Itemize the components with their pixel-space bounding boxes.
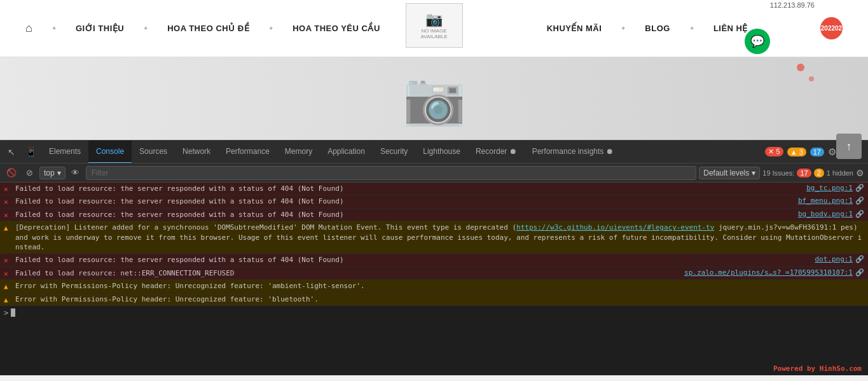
info-badge-count: 17	[813, 148, 821, 156]
tab-elements-label: Elements	[49, 147, 81, 156]
red-dot-2	[809, 76, 814, 81]
console-source-1[interactable]: bg_tc.png:1 🔗	[806, 184, 864, 192]
console-row-5: ✕ Failed to load resource: the server re…	[0, 254, 868, 267]
nav-label-khuyen-mai: KHUYẾN MÃI	[547, 24, 602, 33]
tab-security[interactable]: Security	[373, 141, 415, 163]
tab-elements[interactable]: Elements	[41, 141, 88, 163]
source-icon-6: 🔗	[855, 268, 864, 277]
warning-icon-7: ▲	[4, 282, 13, 291]
context-label: top	[44, 169, 55, 177]
source-link-5[interactable]: dot.png:1	[815, 255, 853, 263]
nav-item-khuyen-mai[interactable]: KHUYẾN MÃI	[547, 24, 602, 33]
home-icon[interactable]: ⌂	[25, 22, 32, 35]
tab-application-label: Application	[327, 147, 365, 156]
clear-console-button[interactable]: 🚫	[4, 165, 19, 181]
filter-toggle-button[interactable]: ⊘	[22, 165, 37, 181]
console-source-6[interactable]: sp.zalo.me/plugins/s…s? =1705995310107:1…	[684, 268, 864, 277]
console-source-3[interactable]: bg_body.png:1 🔗	[798, 210, 864, 218]
red-badge: 202202	[820, 17, 843, 39]
tab-console[interactable]: Console	[88, 141, 132, 163]
no-image-line2: AVAILABLE	[421, 34, 448, 39]
context-selector[interactable]: top ▾	[39, 167, 65, 179]
source-link-2[interactable]: bf_menu.png:1	[798, 197, 853, 205]
nav-item-gioi-thieu[interactable]: GIỚI THIỆU	[76, 24, 124, 33]
right-nav: KHUYẾN MÃI ✦ BLOG ✦ LIÊN HỆ 💬 202202	[547, 16, 843, 41]
warning-badge-count: 3	[799, 148, 803, 156]
device-toolbar-button[interactable]: 📱	[20, 141, 41, 163]
issues-hidden: 1 hidden	[827, 169, 853, 177]
nav-label-hoa-chu-de: HOA THEO CHỦ ĐỀ	[167, 24, 249, 33]
source-link-6[interactable]: sp.zalo.me/plugins/s…s? =1705995310107:1	[684, 268, 853, 277]
error-icon-5: ✕	[4, 256, 13, 265]
tab-performance-insights[interactable]: Performance insights ⏺	[525, 141, 621, 163]
source-icon-1: 🔗	[855, 184, 864, 192]
tab-performance-label: Performance	[226, 147, 270, 156]
ip-address: 112.213.89.76	[768, 0, 817, 10]
tab-recorder[interactable]: Recorder ⏺	[468, 141, 525, 163]
scroll-up-button[interactable]: ↑	[836, 134, 862, 159]
chat-button[interactable]: 💬	[745, 29, 770, 54]
cursor-block	[11, 308, 15, 317]
cursor-caret: >	[4, 308, 8, 317]
settings-icon[interactable]: ⚙	[828, 146, 836, 158]
issues-text: 19 Issues:	[762, 169, 794, 177]
nav-item-lien-he[interactable]: LIÊN HỆ	[713, 24, 748, 33]
warning-icon-4: ▲	[4, 224, 13, 232]
nav-item-hoa-chu-de[interactable]: HOA THEO CHỦ ĐỀ	[167, 24, 249, 33]
tab-application[interactable]: Application	[320, 141, 373, 163]
tab-console-label: Console	[96, 147, 124, 156]
console-message-5: Failed to load resource: the server resp…	[15, 255, 809, 265]
tab-network[interactable]: Network	[175, 141, 218, 163]
warning-icon-8: ▲	[4, 296, 13, 304]
tab-security-label: Security	[380, 147, 408, 156]
console-source-2[interactable]: bf_menu.png:1 🔗	[798, 197, 864, 205]
no-image-placeholder: 📷 NO IMAGE AVAILABLE	[406, 3, 463, 48]
devtools-tabs-bar: ↖ 📱 Elements Console Sources Network Per…	[0, 141, 868, 163]
website-header: ⌂ ✦ GIỚI THIỆU ✦ HOA THEO CHỦ ĐỀ ✦ HOA T…	[0, 0, 868, 57]
console-row-8: ▲ Error with Permissions-Policy header: …	[0, 293, 868, 306]
console-message-8: Error with Permissions-Policy header: Un…	[15, 294, 864, 304]
nav-label-blog: BLOG	[645, 24, 670, 33]
camera-image: 📷	[403, 69, 466, 128]
tab-performance[interactable]: Performance	[218, 141, 277, 163]
nav-label-gioi-thieu: GIỚI THIỆU	[76, 24, 124, 33]
tab-memory-label: Memory	[285, 147, 312, 156]
console-toolbar: 🚫 ⊘ top ▾ 👁 Default levels ▾ 19 Issues: …	[0, 163, 868, 183]
issues-error-badge: 17	[797, 169, 811, 177]
console-message-2: Failed to load resource: the server resp…	[15, 197, 793, 206]
deprecation-link[interactable]: https://w3c.github.io/uievents/#legacy-e…	[516, 223, 714, 232]
nav-item-hoa-yeu-cau[interactable]: HOA THEO YÊU CẦU	[293, 24, 380, 33]
error-badge-count: 5	[776, 148, 780, 155]
console-settings-icon[interactable]: ⚙	[856, 168, 864, 178]
console-source-5[interactable]: dot.png:1 🔗	[815, 255, 864, 263]
console-message-6: Failed to load resource: net::ERR_CONNEC…	[15, 268, 679, 278]
error-icon-1: ✕	[4, 185, 13, 193]
tab-memory[interactable]: Memory	[277, 141, 320, 163]
source-link-3[interactable]: bg_body.png:1	[798, 210, 853, 218]
red-dot-1	[797, 64, 804, 71]
console-output: ✕ Failed to load resource: the server re…	[0, 183, 868, 375]
default-levels-label: Default levels	[703, 169, 749, 177]
tab-network-label: Network	[183, 147, 210, 156]
ip-text: 112.213.89.76	[770, 1, 815, 9]
error-badge-icon: ✕	[768, 148, 776, 155]
default-levels-dropdown[interactable]: Default levels ▾	[699, 167, 760, 179]
error-badges: ✕ 5 ▲ 3 17	[761, 147, 828, 156]
console-message-3: Failed to load resource: the server resp…	[15, 210, 793, 219]
nav-item-blog[interactable]: BLOG	[645, 24, 670, 33]
console-cursor-row[interactable]: >	[0, 306, 868, 320]
nav-dot-1: ✦	[52, 25, 57, 32]
tab-sources[interactable]: Sources	[132, 141, 175, 163]
inspect-element-button[interactable]: ↖	[3, 141, 20, 163]
console-message-4: [Deprecation] Listener added for a synch…	[15, 223, 864, 252]
tab-lighthouse-label: Lighthouse	[423, 147, 460, 156]
devtools-panel: ↖ 📱 Elements Console Sources Network Per…	[0, 140, 868, 375]
nav-label-hoa-yeu-cau: HOA THEO YÊU CẦU	[293, 24, 380, 33]
error-icon-3: ✕	[4, 211, 13, 219]
nav-dot-4: ✦	[621, 25, 626, 32]
tab-lighthouse[interactable]: Lighthouse	[415, 141, 468, 163]
filter-input[interactable]	[86, 166, 697, 180]
eye-button[interactable]: 👁	[68, 165, 83, 181]
source-link-1[interactable]: bg_tc.png:1	[806, 184, 853, 192]
hero-background: 📷	[0, 57, 868, 140]
